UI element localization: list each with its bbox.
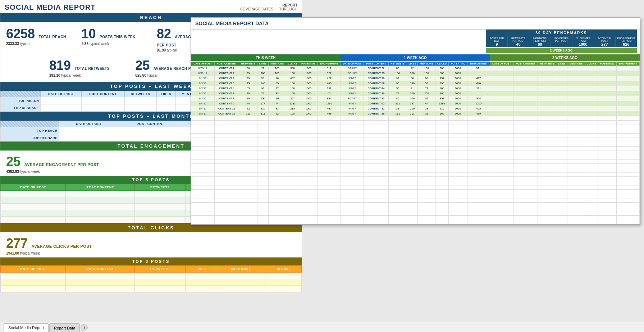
table-row: 99 — [239, 96, 257, 101]
table-row: 1000 — [299, 111, 318, 116]
benchmark-engagement: ENGAGEMENT PER POST 626 — [615, 36, 637, 47]
add-tab-button[interactable]: + — [81, 324, 88, 331]
table-row: 44 — [239, 101, 257, 106]
table-row: 100 — [268, 66, 286, 71]
report-title: SOCIAL MEDIA REPORT — [5, 3, 95, 12]
stat-posts-week: 10 POSTS THIS WEEK 2.33 typical week — [76, 25, 151, 54]
table-row: CONTENT 7 — [214, 96, 239, 101]
table-row — [1, 279, 302, 286]
table-row: 9/4/17 — [191, 101, 215, 106]
benchmarks-section: 30 DAY BENCHMARKS POSTS PER DAY 9 RETWEE… — [191, 30, 640, 54]
one-week-ago-header: 1 WEEK AGO — [341, 54, 490, 61]
stat-total-reach: 6258 TOTAL REACH 2333.33 typical — [0, 25, 76, 54]
data-sheet: SOCIAL MEDIA REPORT DATA 30 DAY BENCHMAR… — [191, 17, 640, 225]
table-row — [1, 286, 302, 292]
data-table: DATE OF POST POST CONTENT RETWEETS LIKES… — [191, 61, 640, 224]
table-row: 1000 — [299, 66, 318, 71]
table-row — [1, 273, 302, 279]
table-row: 9/3/17 — [191, 96, 215, 101]
table-row: 90 — [268, 76, 286, 81]
table-row: 156 — [257, 96, 269, 101]
benchmarks-grid: POSTS PER DAY 9 RETWEETS PER POST 40 MEN… — [486, 36, 637, 47]
table-row: 99 — [239, 76, 257, 81]
table-row: 22 — [257, 66, 269, 71]
table-row: 22 — [268, 111, 286, 116]
table-row: 9/3/17 — [191, 81, 215, 86]
table-row: 499 — [318, 111, 341, 116]
table-row: 231 — [318, 86, 341, 91]
table-row: CONTENT 11 — [214, 106, 239, 111]
clicks-stats: 277 AVERAGE CLICKS PER POST 1941.80 typi… — [0, 232, 302, 257]
table-row: 215 — [286, 106, 299, 111]
stat-total-retweets: 819 TOTAL RETWEETS 191.10 typical week — [44, 57, 129, 79]
table-row: 56 — [257, 76, 269, 81]
table-row: 440 — [318, 81, 341, 86]
benchmarks-header: 30 DAY BENCHMARKS — [486, 30, 637, 36]
table-row: CONTENT 4 — [214, 86, 239, 91]
table-row: CONTENT 2 — [214, 71, 239, 76]
table-row: 9/3/17 — [191, 86, 215, 91]
table-row: 22 — [239, 106, 257, 111]
table-row: 77 — [268, 86, 286, 91]
table-row: 427 — [318, 76, 341, 81]
benchmark-potential: POTENTIAL POST 277 — [594, 36, 615, 47]
table-row: 9/1/17 — [191, 76, 215, 81]
tab-bar: Social Media Report Report Data + — [0, 322, 644, 332]
table-row: 100 — [286, 86, 299, 91]
table-row: 300 — [286, 66, 299, 71]
table-row: CONTENT 1 — [214, 66, 239, 71]
table-row: 8/31/17 — [191, 71, 215, 76]
table-row: 9/3/17 — [191, 91, 215, 96]
benchmark-favorites: FAVORITES PER POST — [551, 36, 572, 47]
table-row: 1000 — [299, 96, 318, 101]
data-sheet-title: SOCIAL MEDIA REPORT DATA — [191, 18, 640, 30]
table-row: 55 — [268, 81, 286, 86]
table-row: 33 — [268, 91, 286, 96]
table-row: 62 — [318, 91, 341, 96]
table-row: CONTENT 5 — [214, 81, 239, 86]
table-row: 91 — [257, 86, 269, 91]
table-row: 35 — [239, 81, 257, 86]
table-row: 55 — [239, 86, 257, 91]
table-row: 1000 — [299, 91, 318, 96]
benchmark-retweets: RETWEETS PER POST 40 — [507, 36, 529, 47]
table-row: 627 — [318, 71, 341, 76]
table-row: CONTENT 6 — [214, 101, 239, 106]
table-row: CONTENT 9 — [214, 91, 239, 96]
table-row: 44 — [268, 101, 286, 106]
table-row: 357 — [286, 96, 299, 101]
report-header: SOCIAL MEDIA REPORT REPORT COVERAGE DATE… — [0, 0, 302, 13]
table-row: CONTENT 10 — [214, 111, 239, 116]
table-row: 140 — [257, 81, 269, 86]
table-row: 86 — [239, 66, 257, 71]
table-row: 311 — [257, 111, 269, 116]
table-row: 150 — [286, 81, 299, 86]
table-row: 9/5/17 — [191, 111, 215, 116]
table-row: 1000 — [299, 71, 318, 76]
table-row: 457 — [286, 76, 299, 81]
table-row: 1000 — [299, 101, 318, 106]
table-row: 511 — [318, 66, 341, 71]
week-headers: THIS WEEK 1 WEEK AGO 2 WEEKS AGO — [191, 54, 640, 61]
table-row: 111 — [239, 111, 257, 116]
table-row: 100 — [268, 71, 286, 76]
table-row: 177 — [257, 101, 269, 106]
benchmark-mentions: MENTIONS PER POST 60 — [529, 36, 551, 47]
table-row: 1000 — [299, 86, 318, 91]
table-row: 1000 — [299, 76, 318, 81]
table-row: 465 — [318, 106, 341, 111]
table-row: 1000 — [299, 106, 318, 111]
two-weeks-ago-header: 2 WEEKS AGO — [490, 54, 640, 61]
table-row: 10 — [268, 96, 286, 101]
table-row: 1283 — [286, 101, 299, 106]
tab-report-data[interactable]: Report Data — [49, 323, 80, 332]
table-row: 77 — [257, 91, 269, 96]
data-table-container[interactable]: DATE OF POST POST CONTENT RETWEETS LIKES… — [191, 61, 640, 224]
benchmark-posts-per-day: POSTS PER DAY 9 — [486, 36, 507, 47]
top3-table: DATE OF POST POST CONTENT RETWEETS LIKES… — [0, 265, 302, 292]
table-row: 1265 — [318, 101, 341, 106]
top3-header: TOP 3 POSTS — [0, 257, 302, 265]
table-row: CONTENT 3 — [214, 76, 239, 81]
tab-social-media-report[interactable]: Social Media Report — [4, 323, 49, 332]
table-row: 300 — [257, 71, 269, 76]
